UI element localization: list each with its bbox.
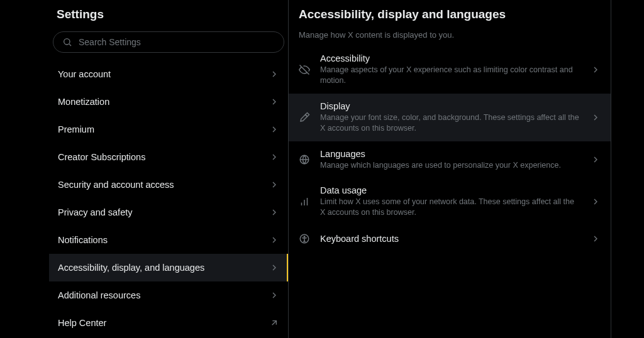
sidebar-item-label: Privacy and safety [58, 207, 269, 217]
sidebar-item-label: Security and account access [58, 180, 269, 190]
option-desc: Manage aspects of your X experience such… [320, 65, 580, 86]
chevron-right-icon [269, 97, 279, 107]
option-display[interactable]: Display Manage your font size, color, an… [289, 94, 611, 141]
option-title: Accessibility [320, 53, 580, 63]
option-title: Data usage [320, 185, 580, 195]
option-text: Display Manage your font size, color, an… [320, 101, 580, 134]
sidebar-item-label: Additional resources [58, 290, 269, 300]
option-keyboard-shortcuts[interactable]: Keyboard shortcuts [289, 226, 611, 252]
option-title: Keyboard shortcuts [320, 234, 580, 244]
chevron-right-icon [591, 197, 601, 207]
settings-nav: Your account Monetization Premium Creato… [49, 60, 288, 337]
external-link-icon [269, 318, 279, 328]
chevron-right-icon [591, 65, 601, 75]
chevron-right-icon [591, 112, 601, 123]
chevron-right-icon [269, 207, 279, 217]
sidebar-item-label: Notifications [58, 235, 269, 245]
option-data-usage[interactable]: Data usage Limit how X uses some of your… [289, 178, 611, 226]
chevron-right-icon [591, 234, 601, 244]
sidebar-item-label: Accessibility, display, and languages [58, 263, 269, 273]
chevron-right-icon [269, 180, 279, 190]
option-text: Keyboard shortcuts [320, 234, 580, 244]
sidebar-item-creator-subscriptions[interactable]: Creator Subscriptions [49, 143, 288, 171]
eye-off-icon [299, 64, 310, 75]
option-desc: Manage your font size, color, and backgr… [320, 112, 580, 134]
chevron-right-icon [269, 263, 279, 273]
sidebar-item-additional-resources[interactable]: Additional resources [49, 281, 288, 309]
sidebar-item-label: Premium [58, 124, 269, 134]
sidebar-item-label: Monetization [58, 97, 269, 107]
option-title: Languages [320, 149, 580, 159]
chevron-right-icon [269, 235, 279, 245]
bar-chart-icon [299, 196, 310, 207]
settings-sidebar: Settings Your account Monetization Premi… [49, 0, 289, 338]
chevron-right-icon [269, 124, 279, 134]
chevron-right-icon [269, 152, 279, 162]
option-desc: Manage which languages are used to perso… [320, 160, 580, 171]
sidebar-item-label: Your account [58, 69, 269, 79]
sidebar-item-security-and-account-access[interactable]: Security and account access [49, 171, 288, 199]
left-gutter [0, 0, 49, 338]
detail-subtitle: Manage how X content is displayed to you… [289, 25, 611, 46]
option-accessibility[interactable]: Accessibility Manage aspects of your X e… [289, 46, 611, 94]
chevron-right-icon [591, 155, 601, 165]
detail-title: Accessibility, display and languages [289, 0, 611, 25]
svg-line-2 [272, 321, 277, 325]
sidebar-item-notifications[interactable]: Notifications [49, 226, 288, 254]
search-input[interactable] [79, 37, 275, 47]
option-text: Accessibility Manage aspects of your X e… [320, 53, 580, 86]
chevron-right-icon [269, 290, 279, 300]
option-title: Display [320, 101, 580, 111]
page-title: Settings [49, 0, 288, 29]
search-icon [62, 37, 72, 47]
accessibility-icon [299, 233, 310, 244]
sidebar-item-accessibility-display-languages[interactable]: Accessibility, display, and languages [49, 254, 288, 281]
sidebar-item-label: Help Center [58, 318, 269, 328]
globe-icon [299, 154, 310, 165]
option-text: Languages Manage which languages are use… [320, 149, 580, 171]
sidebar-item-monetization[interactable]: Monetization [49, 88, 288, 116]
svg-point-9 [304, 236, 305, 237]
right-gutter [611, 0, 644, 338]
chevron-right-icon [269, 69, 279, 79]
search-container [49, 29, 288, 58]
svg-point-0 [64, 39, 70, 45]
option-languages[interactable]: Languages Manage which languages are use… [289, 141, 611, 178]
sidebar-item-premium[interactable]: Premium [49, 116, 288, 143]
svg-line-1 [69, 44, 71, 46]
options-list: Accessibility Manage aspects of your X e… [289, 46, 611, 252]
option-desc: Limit how X uses some of your network da… [320, 197, 580, 218]
sidebar-item-help-center[interactable]: Help Center [49, 309, 288, 337]
sidebar-item-privacy-and-safety[interactable]: Privacy and safety [49, 199, 288, 226]
sidebar-item-label: Creator Subscriptions [58, 152, 269, 162]
option-text: Data usage Limit how X uses some of your… [320, 185, 580, 218]
paintbrush-icon [299, 112, 310, 123]
search-box[interactable] [53, 31, 284, 53]
detail-panel: Accessibility, display and languages Man… [289, 0, 611, 338]
sidebar-item-your-account[interactable]: Your account [49, 60, 288, 88]
